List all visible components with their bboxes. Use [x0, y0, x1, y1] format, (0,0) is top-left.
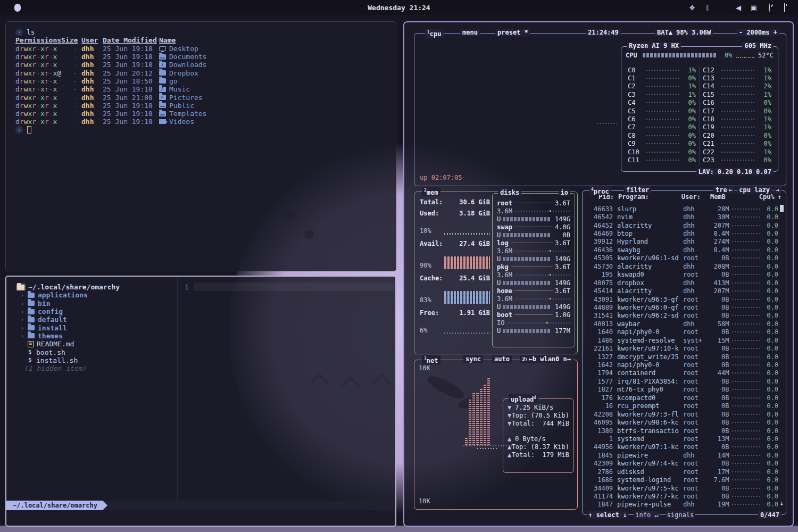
process-row[interactable]: 43091 kworker/u96:3-gf root 0B 0.0 — [585, 295, 778, 303]
file-type-icon — [28, 358, 33, 363]
process-row[interactable]: 1640 napi/phy0-0 root 0B 0.0 — [585, 328, 778, 336]
signals-hint[interactable]: signals — [666, 511, 696, 519]
net-stat-row: ▼Total: 744 MiB — [503, 419, 573, 427]
tree-item[interactable]: boot.sh — [20, 348, 177, 356]
file-type-icon — [159, 95, 166, 100]
dropbox-icon[interactable]: ❖ — [688, 4, 696, 12]
process-row[interactable]: 45414 alacritty dhh 207M 0.0 — [585, 287, 778, 295]
process-row[interactable]: 1845 pipewire dhh 14M 0.0 — [585, 451, 778, 459]
sort-right-arrow[interactable]: → — [774, 186, 782, 194]
scrollbar-thumb[interactable] — [780, 205, 784, 212]
net-sync-button[interactable]: sync — [463, 355, 483, 363]
process-cpu-graph — [732, 250, 759, 251]
tree-item[interactable]: › themes — [20, 332, 177, 340]
process-row[interactable]: 41174 kworker/u97:7-kc root 0B 0.0 — [585, 492, 778, 500]
process-row[interactable]: 195 kswapd0 root 0B 0.0 — [585, 271, 778, 279]
process-row[interactable]: 1380 btrfs-transactio root 0B 0.0 — [585, 427, 778, 435]
process-row[interactable]: 45730 alacritty dhh 208M 0.0 — [585, 262, 778, 270]
folder-open-icon — [17, 285, 24, 290]
battery-icon[interactable] — [781, 4, 788, 12]
process-row[interactable]: 1577 irq/81-PIXA3854: root 0B 0.0 — [585, 377, 778, 385]
process-row[interactable]: 40075 dropbox dhh 413M 0.0 — [585, 279, 778, 287]
process-row[interactable]: 1 systemd root 13M 0.0 — [585, 435, 778, 443]
cpu-chip-icon[interactable]: ▣ — [750, 4, 758, 12]
process-row[interactable]: 176 kcompactd0 root 0B 0.0 — [585, 394, 778, 402]
prompt-arrow-icon: › — [15, 126, 23, 134]
tree-item[interactable]: › config — [20, 307, 177, 315]
process-row[interactable]: 22161 kworker/u97:10-k root 0B 0.0 — [585, 344, 778, 352]
tree-item[interactable]: install.sh — [20, 356, 177, 364]
process-row[interactable]: 1827 mt76-tx phy0 root 0B 0.0 — [585, 386, 778, 394]
tree-item[interactable]: › bin — [20, 300, 177, 307]
tree-item[interactable]: › applications — [20, 291, 177, 299]
core-row: C0 1% — [625, 66, 699, 74]
process-row[interactable]: 45305 kworker/u96:1-sd root 0B 0.0 — [585, 254, 778, 262]
process-row[interactable]: 44889 kworker/u96:0-gf root 0B 0.0 — [585, 303, 778, 311]
process-row[interactable]: 1486 systemd-resolve syst+ 15M 0.0 — [585, 336, 778, 344]
uptime: up 02:07:05 — [420, 174, 462, 181]
editor-buffer-pane[interactable]: 1 — [178, 277, 395, 501]
preset-button[interactable]: preset * — [495, 29, 530, 36]
process-row[interactable]: 16 rcu_preempt root 0B 0.0 — [585, 402, 778, 410]
disks-io-mode[interactable]: io — [559, 189, 570, 196]
process-row[interactable]: 46452 alacritty dhh 207M 0.0 — [585, 221, 778, 229]
process-row[interactable]: 39912 Hyprland dhh 274M 0.0 — [585, 238, 778, 246]
rule-line — [514, 203, 553, 203]
tree-root-path: ~/.local/share/omarchy — [28, 283, 120, 291]
process-row[interactable]: 1686 systemd-logind root 7.6M 0.0 — [585, 476, 778, 484]
info-hint[interactable]: info ↵ — [634, 511, 660, 519]
tree-item[interactable]: › default — [20, 315, 177, 323]
volume-icon[interactable]: ◀ — [735, 4, 742, 12]
process-row[interactable]: 46095 kworker/u98:6-kc root 0B 0.0 — [585, 418, 778, 426]
process-row[interactable]: 34409 kworker/u97:5-kc root 0B 0.0 — [585, 484, 778, 492]
update-interval-control[interactable]: - 2000ms + — [737, 29, 779, 36]
process-row[interactable]: 46436 swaybg dhh 8.4M 0.0 — [585, 246, 778, 254]
tree-item-name: default — [38, 315, 67, 323]
menu-button[interactable]: menu — [460, 29, 480, 36]
tree-item[interactable]: › install — [20, 323, 177, 331]
net-stat-row: ▲0 Byte/s — [503, 435, 573, 443]
process-row[interactable]: 42309 kworker/u97:4-kc root 0B 0.0 — [585, 460, 778, 468]
filter-button[interactable]: filter — [624, 186, 651, 194]
process-row[interactable]: 2786 udisksd root 17M 0.0 — [585, 468, 778, 476]
process-row[interactable]: 1847 pipewire-pulse dhh 19M 0.0 — [585, 501, 778, 509]
ls-row: drwxr-xr-x - dhh 25 Jun 19:18 Downloads — [15, 61, 396, 69]
net-stat-row: ▲Top: (8.37 Kib) — [503, 443, 573, 451]
scroll-up-indicator[interactable]: ↑ — [778, 193, 782, 201]
process-row[interactable]: 1327 dmcrypt_write/25 root 0B 0.0 — [585, 353, 778, 361]
select-hint[interactable]: ↑ select ↓ — [587, 511, 628, 519]
core-usage-graph — [721, 102, 755, 103]
process-row[interactable]: 1642 napi/phy0-0 root 0B 0.0 — [585, 361, 778, 369]
prompt-line-empty[interactable]: › — [15, 126, 396, 134]
tree-item-name: boot.sh — [36, 348, 65, 356]
bluetooth-icon[interactable]: ᛒ — [704, 4, 711, 12]
tree-item[interactable]: README.md — [20, 340, 177, 348]
rule-line — [511, 243, 553, 243]
net-interface-switcher[interactable]: ←b wlan0 n→ — [527, 355, 573, 363]
process-cpu-graph — [732, 504, 759, 505]
ls-row: drwxr-xr-x - dhh 25 Jun 19:18 Documents — [15, 53, 396, 61]
core-row: C4 0% — [625, 99, 699, 107]
up-arrow-icon: ▲ — [508, 451, 512, 459]
net-stat-row: ▲Total: 179 MiB — [503, 451, 573, 459]
sort-left-arrow[interactable]: ← — [727, 186, 735, 194]
tree-root-item[interactable]: ~/.local/share/omarchy — [17, 283, 177, 291]
process-row[interactable]: 31541 kworker/u96:2-sd root 0B 0.0 — [585, 312, 778, 320]
chevron-right-icon: › — [20, 300, 28, 307]
process-row[interactable]: 46633 slurp dhh 28M 0.0 — [585, 205, 778, 213]
process-row[interactable]: 1794 containerd root 44M 0.0 — [585, 369, 778, 377]
core-usage-graph — [721, 160, 755, 161]
process-cpu-graph — [732, 290, 759, 292]
process-row[interactable]: 46469 btop dhh 8.4M 0.0 — [585, 229, 778, 237]
ls-row: drwxr-xr-x - dhh 25 Jun 19:18 Public — [15, 102, 396, 110]
process-row[interactable]: 42208 kworker/u97:3-fl root 0B 0.0 — [585, 410, 778, 418]
process-row[interactable]: 44956 kworker/u97:1-kc root 0B 0.0 — [585, 443, 778, 451]
process-row[interactable]: 40013 waybar dhh 58M 0.0 — [585, 320, 778, 328]
process-row[interactable]: 46542 nvim dhh 30M 0.0 — [585, 213, 778, 221]
scroll-down-indicator[interactable]: ↓ — [780, 500, 784, 507]
gauge-icon[interactable] — [766, 4, 773, 12]
net-auto-button[interactable]: auto — [492, 355, 512, 363]
btop-monitor-window: 1cpu menu preset * 21:24:49 BAT▲ 98% 3.0… — [403, 21, 794, 527]
sort-column[interactable]: cpu lazy — [737, 186, 772, 194]
terminal-cursor — [27, 126, 31, 134]
